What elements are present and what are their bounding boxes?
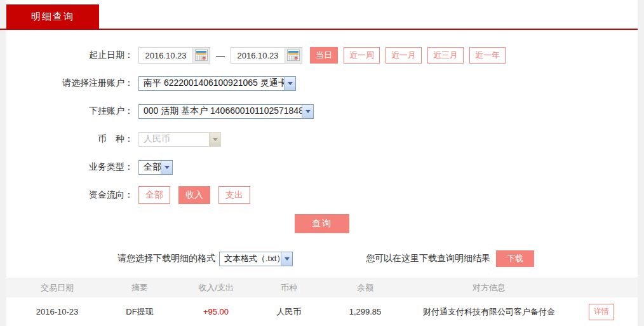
cell-amount: +95.00: [181, 307, 251, 316]
header-currency: 币种: [251, 282, 327, 294]
cell-currency: 人民币: [251, 306, 327, 318]
currency-select: 人民币: [138, 132, 221, 147]
fund-flow-label: 资金流向：: [6, 189, 133, 201]
start-date-calendar-icon[interactable]: [192, 48, 210, 63]
query-form: 起止日期：: [6, 30, 638, 267]
end-date-calendar-icon[interactable]: [285, 48, 302, 63]
currency-row: 币 种： 人民币: [6, 125, 638, 153]
chevron-down-icon: [284, 77, 295, 90]
detail-button[interactable]: 详情: [589, 304, 614, 320]
download-row: 请您选择下载明细的格式 文本格式（.txt） 您可以在这里下载查询明细结果 下载: [6, 250, 638, 267]
end-date-box: [231, 47, 302, 64]
cell-summary: DF提现: [98, 306, 181, 318]
chevron-down-icon: [209, 133, 220, 146]
date-range-row: 起止日期：: [6, 41, 638, 69]
quick-range-today-button[interactable]: 当日: [310, 47, 338, 64]
quick-range-3months-button[interactable]: 近三月: [427, 47, 464, 64]
download-hint: 您可以在这里下载查询明细结果: [366, 253, 490, 264]
start-date-input[interactable]: [139, 48, 192, 63]
sub-account-value: 000 活期 基本户 1406600101102571848: [139, 105, 302, 117]
fund-flow-income-button[interactable]: 收入: [178, 186, 210, 204]
fund-flow-all-button[interactable]: 全部: [138, 186, 170, 204]
results-table: 交易日期 摘要 收入/支出 币种 余额 对方信息 2016-10-23 DF提现…: [6, 278, 638, 326]
tab-detail-query[interactable]: 明细查询: [6, 4, 99, 29]
register-account-select[interactable]: 南平 6222001406100921065 灵通卡: [138, 76, 296, 91]
download-format-value: 文本格式（.txt）: [220, 253, 281, 264]
chevron-down-icon: [302, 105, 313, 118]
header-balance: 余额: [327, 282, 403, 294]
download-format-select[interactable]: 文本格式（.txt）: [219, 252, 293, 266]
header-counterparty: 对方信息: [403, 282, 575, 294]
end-date-input[interactable]: [231, 48, 285, 63]
register-account-row: 请选择注册账户： 南平 6222001406100921065 灵通卡: [6, 69, 638, 97]
query-button[interactable]: 查询: [295, 214, 349, 233]
header-trade-date: 交易日期: [16, 282, 98, 294]
table-row: 2016-10-23 DF提现 +95.00 人民币 1,299.85 财付通支…: [6, 297, 638, 326]
date-range-separator: —: [216, 50, 225, 60]
register-account-value: 南平 6222001406100921065 灵通卡: [139, 78, 284, 89]
quick-range-week-button[interactable]: 近一周: [344, 47, 380, 64]
download-format-label: 请您选择下载明细的格式: [117, 253, 215, 264]
sub-account-select[interactable]: 000 活期 基本户 1406600101102571848: [138, 104, 314, 119]
business-type-value: 全部: [139, 161, 161, 173]
business-type-row: 业务类型： 全部: [6, 153, 638, 181]
fund-flow-expense-button[interactable]: 支出: [218, 186, 250, 204]
business-type-label: 业务类型：: [6, 161, 133, 173]
table-header: 交易日期 摘要 收入/支出 币种 余额 对方信息: [6, 278, 638, 297]
chevron-down-icon: [281, 252, 292, 266]
chevron-down-icon: [161, 161, 172, 174]
currency-label: 币 种：: [6, 133, 133, 145]
register-account-label: 请选择注册账户：: [6, 78, 133, 89]
date-range-label: 起止日期：: [6, 50, 133, 61]
sub-account-label: 下挂账户：: [6, 105, 133, 117]
business-type-select[interactable]: 全部: [138, 160, 173, 175]
download-button[interactable]: 下载: [496, 250, 534, 267]
quick-range-year-button[interactable]: 近一年: [469, 47, 506, 64]
currency-value: 人民币: [139, 133, 209, 145]
fund-flow-row: 资金流向： 全部 收入 支出: [6, 181, 638, 209]
cell-trade-date: 2016-10-23: [16, 307, 98, 316]
sub-account-row: 下挂账户： 000 活期 基本户 1406600101102571848: [6, 97, 638, 125]
header-summary: 摘要: [98, 282, 181, 294]
cell-counterparty: 财付通支付科技有限公司客户备付金: [403, 306, 575, 318]
quick-range-month-button[interactable]: 近一月: [386, 47, 422, 64]
start-date-box: [138, 47, 210, 64]
cell-balance: 1,299.85: [327, 307, 403, 316]
header-amount: 收入/支出: [181, 282, 251, 294]
main-panel: 明细查询 起止日期：: [6, 0, 638, 326]
